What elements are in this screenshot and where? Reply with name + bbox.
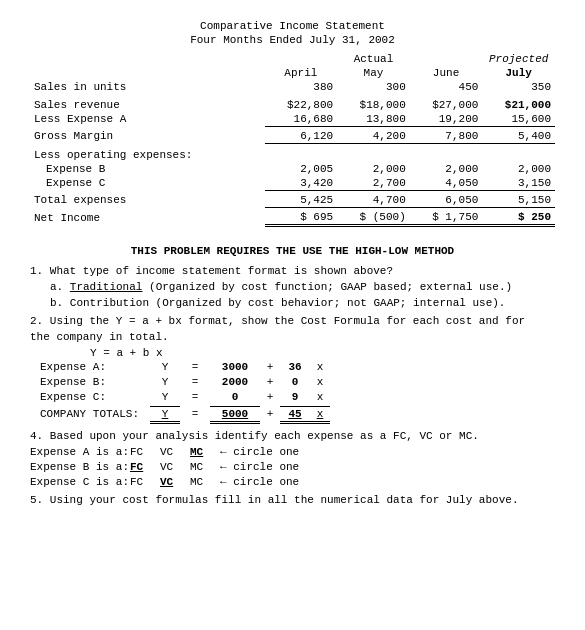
formula-expense-b: Expense B: Y = 2000 + 0 x [40, 376, 555, 388]
actual-header: Actual [265, 52, 483, 66]
problem-section: THIS PROBLEM REQUIRES THE USE THE HIGH-L… [30, 245, 555, 506]
income-statement-table: Actual Projected April May June July Sal… [30, 52, 555, 229]
problem-title: THIS PROBLEM REQUIRES THE USE THE HIGH-L… [30, 245, 555, 257]
formula-totals-divider-top [40, 406, 555, 407]
expense-b-row: Expense B 2,005 2,000 2,000 2,000 [30, 162, 555, 176]
expense-c-classification: Expense C is a: FC VC MC ← circle one [30, 476, 555, 488]
sales-units-row: Sales in units 380 300 450 350 [30, 80, 555, 94]
question-2: 2. Using the Y = a + bx format, show the… [30, 315, 555, 327]
q1a-rest: (Organized by cost function; GAAP based;… [142, 281, 512, 293]
formula-totals-divider-bottom [40, 421, 555, 424]
total-expenses-row: Total expenses 5,425 4,700 6,050 5,150 [30, 193, 555, 208]
expense-b-classification: Expense B is a: FC VC MC ← circle one [30, 461, 555, 473]
formula-header: Y = a + b x [90, 347, 555, 359]
net-income-row: Net Income $ 695 $ (500) $ 1,750 $ 250 [30, 210, 555, 226]
traditional-label: Traditional [70, 281, 143, 293]
gross-margin-row: Gross Margin 6,120 4,200 7,800 5,400 [30, 129, 555, 144]
header-months: April May June July [30, 66, 555, 80]
july-header: July [482, 66, 555, 80]
question-2b: the company in total. [30, 331, 555, 343]
april-header: April [265, 66, 338, 80]
june-header: June [410, 66, 483, 80]
expense-a-classification: Expense A is a: FC VC MC ← circle one [30, 446, 555, 458]
may-header: May [337, 66, 410, 80]
less-operating-label-row: Less operating expenses: [30, 148, 555, 162]
formula-expense-a: Expense A: Y = 3000 + 36 x [40, 361, 555, 373]
double-divider [30, 226, 555, 230]
header-actual-projected: Actual Projected [30, 52, 555, 66]
projected-header: Projected [482, 52, 555, 66]
expense-c-row: Expense C 3,420 2,700 4,050 3,150 [30, 176, 555, 191]
page-title: Comparative Income Statement Four Months… [30, 20, 555, 46]
less-expense-a-row: Less Expense A 16,680 13,800 19,200 15,6… [30, 112, 555, 127]
question-1b: b. Contribution (Organized by cost behav… [50, 297, 555, 309]
sales-revenue-row: Sales revenue $22,800 $18,000 $27,000 $2… [30, 98, 555, 112]
question-1a: a. Traditional (Organized by cost functi… [50, 281, 555, 293]
formula-expense-c: Expense C: Y = 0 + 9 x [40, 391, 555, 403]
question-1: 1. What type of income statement format … [30, 265, 555, 277]
formula-company-totals: COMPANY TOTALS: Y = 5000 + 45 x [40, 408, 555, 420]
question-5: 5. Using your cost formulas fill in all … [30, 494, 555, 506]
question-4: 4. Based upon your analysis identify eac… [30, 430, 555, 442]
